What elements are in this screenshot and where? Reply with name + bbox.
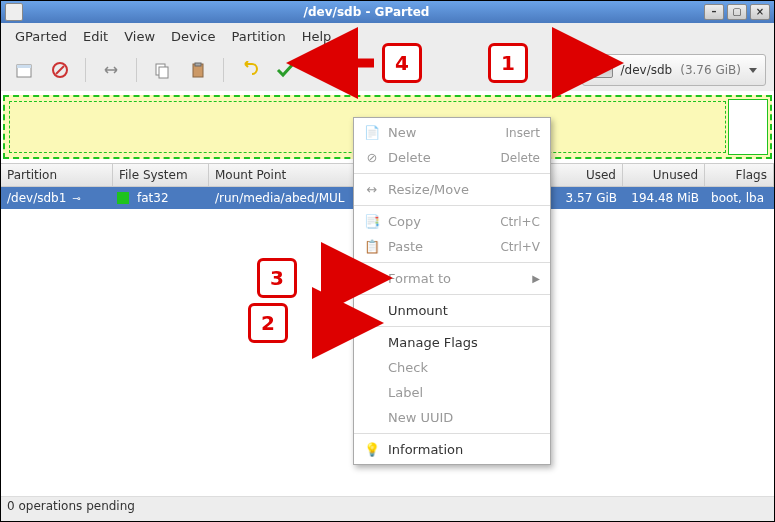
header-flags[interactable]: Flags [705, 164, 774, 186]
delete-icon: ⊘ [364, 150, 380, 166]
device-selector[interactable]: /dev/sdb (3.76 GiB) [582, 54, 766, 86]
app-window: /dev/sdb - GParted – ▢ × GParted Edit Vi… [0, 0, 775, 522]
menu-edit[interactable]: Edit [77, 26, 114, 47]
ctx-copy: 📑CopyCtrl+C [354, 209, 550, 234]
paste-icon: 📋 [364, 239, 380, 255]
cell-fs: fat32 [137, 191, 169, 205]
menu-separator [354, 326, 550, 327]
menu-separator [354, 205, 550, 206]
new-icon: 📄 [364, 125, 380, 141]
disk-map-free[interactable] [728, 99, 768, 155]
device-size: (3.76 GiB) [680, 63, 741, 77]
header-used[interactable]: Used [551, 164, 623, 186]
svg-rect-5 [159, 67, 168, 78]
ctx-unmount[interactable]: Unmount [354, 298, 550, 323]
ctx-newuuid: New UUID [354, 405, 550, 430]
toolbar: /dev/sdb (3.76 GiB) [1, 49, 774, 91]
disk-icon [591, 62, 613, 78]
ctx-label: Label [354, 380, 550, 405]
context-menu: 📄NewInsert ⊘DeleteDelete ↔Resize/Move 📑C… [353, 117, 551, 465]
titlebar: /dev/sdb - GParted – ▢ × [1, 1, 774, 23]
menu-help[interactable]: Help [296, 26, 338, 47]
format-icon: ◧ [364, 271, 380, 287]
header-unused[interactable]: Unused [623, 164, 705, 186]
callout-2: 2 [248, 303, 368, 343]
undo-button[interactable] [234, 55, 264, 85]
ctx-information[interactable]: 💡Information [354, 437, 550, 462]
statusbar: 0 operations pending [1, 496, 774, 521]
app-icon [5, 3, 23, 21]
ctx-format: ◧Format to▶ [354, 266, 550, 291]
ctx-delete: ⊘DeleteDelete [354, 145, 550, 170]
paste-button[interactable] [183, 55, 213, 85]
menu-partition[interactable]: Partition [226, 26, 292, 47]
info-icon: 💡 [364, 442, 380, 458]
ctx-check: Check [354, 355, 550, 380]
close-button[interactable]: × [750, 4, 770, 20]
toolbar-separator [136, 58, 137, 82]
menu-view[interactable]: View [118, 26, 161, 47]
ctx-resize: ↔Resize/Move [354, 177, 550, 202]
delete-partition-button[interactable] [45, 55, 75, 85]
toolbar-separator [223, 58, 224, 82]
toolbar-separator [85, 58, 86, 82]
menu-device[interactable]: Device [165, 26, 221, 47]
svg-rect-1 [17, 65, 31, 68]
menubar: GParted Edit View Device Partition Help [1, 23, 774, 49]
menu-gparted[interactable]: GParted [9, 26, 73, 47]
resize-move-button[interactable] [96, 55, 126, 85]
lock-icon: ⊸ [72, 193, 80, 204]
window-title: /dev/sdb - GParted [29, 5, 704, 19]
menu-separator [354, 294, 550, 295]
copy-button[interactable] [147, 55, 177, 85]
copy-icon: 📑 [364, 214, 380, 230]
apply-button[interactable] [270, 55, 300, 85]
fs-color-swatch [117, 192, 129, 204]
cell-partition: /dev/sdb1 [7, 191, 66, 205]
ctx-manageflags[interactable]: Manage Flags [354, 330, 550, 355]
cell-unused: 194.48 MiB [623, 187, 705, 209]
new-partition-button[interactable] [9, 55, 39, 85]
ctx-paste: 📋PasteCtrl+V [354, 234, 550, 259]
chevron-down-icon [749, 68, 757, 73]
header-partition[interactable]: Partition [1, 164, 113, 186]
chevron-right-icon: ▶ [532, 273, 540, 284]
cell-used: 3.57 GiB [551, 187, 623, 209]
svg-rect-7 [195, 63, 201, 66]
resize-icon: ↔ [364, 182, 380, 198]
ctx-new: 📄NewInsert [354, 120, 550, 145]
device-path: /dev/sdb [621, 63, 673, 77]
svg-line-3 [56, 66, 64, 74]
cell-flags: boot, lba [705, 187, 774, 209]
maximize-button[interactable]: ▢ [727, 4, 747, 20]
minimize-button[interactable]: – [704, 4, 724, 20]
menu-separator [354, 433, 550, 434]
header-filesystem[interactable]: File System [113, 164, 209, 186]
menu-separator [354, 262, 550, 263]
menu-separator [354, 173, 550, 174]
